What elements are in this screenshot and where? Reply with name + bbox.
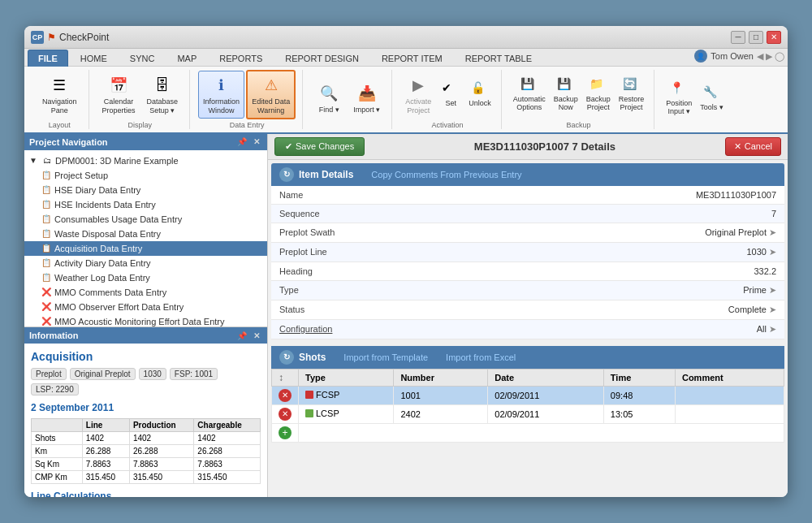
save-changes-button[interactable]: ✔ Save Changes [274, 137, 365, 156]
info-date: 2 September 2011 [31, 402, 261, 413]
col-comment: Comment [675, 369, 784, 386]
tree-item-hse-incidents[interactable]: 📋 HSE Incidents Data Entry [24, 197, 267, 212]
backup-project-button[interactable]: 📁 BackupProject [583, 75, 614, 114]
backup-project-icon: 📁 [590, 77, 607, 95]
tab-report-table[interactable]: REPORT TABLE [455, 50, 542, 67]
unlock-button[interactable]: 🔓 Unlock [465, 79, 495, 110]
backup-now-button[interactable]: 💾 BackupNow [551, 75, 581, 114]
nav-close-button[interactable]: ✕ [251, 136, 262, 148]
tools-icon: 🔧 [703, 85, 721, 103]
tree-item-mmo-acoustic[interactable]: ❌ MMO Acoustic Monitoring Effort Data En… [24, 314, 267, 326]
tree-item-acquisition[interactable]: 📋 Acquisition Data Entry [24, 241, 267, 256]
window-controls: ─ □ ✕ [731, 31, 781, 44]
shots-line: 1402 [82, 432, 129, 445]
tree-item-root[interactable]: ▼ 🗂 DPM0001: 3D Marine Example [24, 153, 267, 168]
calendar-properties-button[interactable]: 📅 CalendarProperties [97, 71, 140, 119]
app-window: CP ⚑ CheckPoint ─ □ ✕ FILE HOME SYNC MAP… [24, 26, 788, 497]
cancel-button[interactable]: ✕ Cancel [725, 137, 781, 156]
tab-report-design[interactable]: REPORT DESIGN [274, 50, 369, 67]
tools-buttons: 📍 PositionInput ▾ 🔧 Tools ▾ [663, 70, 727, 128]
automatic-options-button[interactable]: 💾 AutomaticOptions [510, 75, 549, 114]
tree-label-3: HSE Incidents Data Entry [54, 200, 156, 210]
detail-row-sequence: Sequence 7 [271, 204, 784, 223]
shots-section: ↻ Shots Import from Template Import from… [271, 346, 784, 443]
shots-row-2[interactable]: ✕ LCSP 2402 02/09/2 [272, 404, 784, 423]
import-excel-link[interactable]: Import from Excel [446, 352, 516, 362]
import-template-link[interactable]: Import from Template [343, 352, 428, 362]
tools-button[interactable]: 🔧 Tools ▾ [697, 83, 727, 114]
field-label-preplot-line: Preplot Line [271, 242, 401, 262]
tab-report-item[interactable]: REPORT ITEM [371, 50, 453, 67]
close-button[interactable]: ✕ [767, 31, 781, 44]
database-setup-button[interactable]: 🗄 DatabaseSetup ▾ [142, 71, 184, 119]
tree-item-hse-diary[interactable]: 📋 HSE Diary Data Entry [24, 183, 267, 197]
maximize-button[interactable]: □ [749, 31, 763, 44]
field-label-status: Status [271, 300, 401, 319]
item-icon-10: ❌ [41, 301, 52, 313]
folder-icon: 🗂 [41, 155, 53, 166]
shot-comment-1 [675, 386, 784, 404]
info-window-icon: ℹ [210, 74, 233, 97]
nav-pin-button[interactable]: 📌 [236, 136, 248, 148]
tree-item-consumables[interactable]: 📋 Consumables Usage Data Entry [24, 212, 267, 227]
km-production: 26.288 [129, 445, 193, 458]
activate-project-button[interactable]: ▶ ActivateProject [400, 71, 436, 119]
user-area: 👤 Tom Owen ◀ ▶ ◯ [694, 50, 784, 66]
navigation-pane-button[interactable]: ☰ NavigationPane [37, 71, 82, 119]
import-button[interactable]: 📥 Import ▾ [348, 79, 385, 118]
section-refresh-icon: ↻ [279, 167, 294, 182]
activate-icon: ▶ [407, 74, 430, 97]
calendar-icon: 📅 [107, 74, 130, 97]
ribbon-group-layout: ☰ NavigationPane Layout [31, 70, 89, 129]
ribbon-group-display: 📅 CalendarProperties 🗄 DatabaseSetup ▾ D… [91, 70, 191, 129]
shot-date-2: 02/09/2011 [488, 404, 604, 423]
minimize-button[interactable]: ─ [731, 31, 745, 44]
add-row-cell: + [272, 423, 299, 442]
find-icon: 🔍 [317, 82, 340, 105]
edited-data-button[interactable]: ⚠ Edited DataWarning [246, 70, 296, 119]
km-line: 26.288 [82, 445, 129, 458]
tree-expand-icon: ▼ [28, 155, 39, 166]
info-pin-button[interactable]: 📌 [236, 330, 248, 341]
set-button[interactable]: ✔ Set [438, 79, 464, 110]
shot-time-2: 13:05 [603, 404, 675, 423]
position-input-button[interactable]: 📍 PositionInput ▾ [663, 79, 695, 118]
find-button[interactable]: 🔍 Find ▾ [311, 79, 347, 118]
tree-item-mmo-comments[interactable]: ❌ MMO Comments Data Entry [24, 285, 267, 300]
shot-type-1: FCSP [299, 386, 394, 404]
tree-item-mmo-observer[interactable]: ❌ MMO Observer Effort Data Entry [24, 300, 267, 314]
col-header-line: Line [82, 419, 129, 432]
tree-label-6: Acquisition Data Entry [54, 244, 142, 253]
information-window-button[interactable]: ℹ InformationWindow [198, 71, 244, 119]
app-title: CheckPoint [59, 32, 731, 43]
remove-row-2-button[interactable]: ✕ [279, 408, 292, 421]
shots-row-1[interactable]: ✕ FCSP 1001 02/09/2 [272, 386, 784, 404]
tab-map[interactable]: MAP [166, 50, 207, 67]
tab-reports[interactable]: REPORTS [209, 50, 273, 67]
info-close-button[interactable]: ✕ [251, 330, 262, 341]
tree-item-weather[interactable]: 📋 Weather Log Data Entry [24, 270, 267, 285]
tab-file[interactable]: FILE [28, 50, 68, 67]
restore-project-button[interactable]: 🔄 RestoreProject [615, 75, 648, 114]
tab-sync[interactable]: SYNC [119, 50, 166, 67]
add-row-button[interactable]: + [279, 426, 292, 439]
tree-label-4: Consumables Usage Data Entry [54, 214, 182, 224]
tree-item-activity[interactable]: 📋 Activity Diary Data Entry [24, 256, 267, 270]
automatic-icon: 💾 [520, 77, 538, 95]
security-buttons: 💾 AutomaticOptions 💾 BackupNow 📁 BackupP… [510, 70, 648, 119]
shots-add-row[interactable]: + [272, 423, 784, 442]
tab-home[interactable]: HOME [70, 50, 118, 67]
position-label: PositionInput ▾ [666, 99, 692, 115]
detail-row-configuration: Configuration All ➤ [271, 319, 784, 339]
info-content: Acquisition Preplot Original Preplot 103… [24, 344, 267, 497]
detail-row-type: Type Prime ➤ [271, 280, 784, 300]
activation-buttons: ▶ ActivateProject ✔ Set 🔓 Unlock [400, 70, 495, 119]
tree-item-waste[interactable]: 📋 Waste Disposal Data Entry [24, 227, 267, 241]
remove-row-1-button[interactable]: ✕ [279, 389, 292, 402]
detail-row-preplot-line: Preplot Line 1030 ➤ [271, 242, 784, 262]
tree-item-project-setup[interactable]: 📋 Project Setup [24, 168, 267, 183]
copy-comments-link[interactable]: Copy Comments From Previous Entry [371, 170, 521, 179]
database-icon: 🗄 [151, 74, 174, 97]
field-label-configuration[interactable]: Configuration [271, 319, 401, 339]
shot-color-2 [305, 409, 313, 417]
